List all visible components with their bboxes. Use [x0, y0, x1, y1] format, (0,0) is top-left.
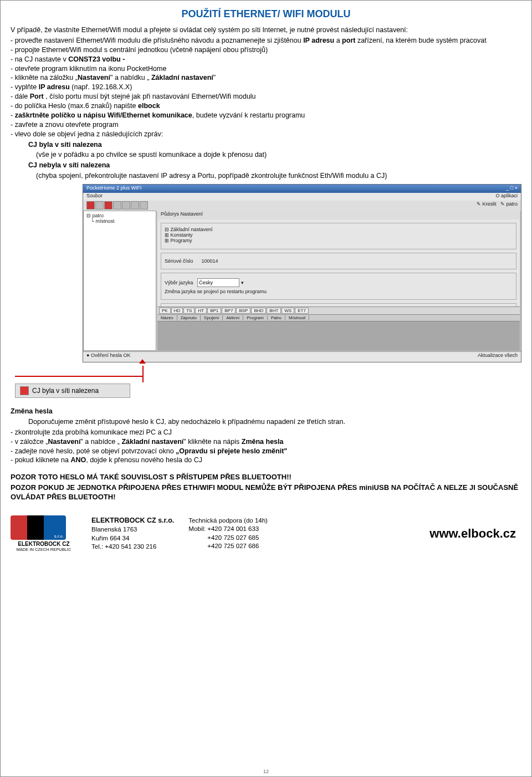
list-item: zaškrtněte políčko u nápisu Wifi/Etherne… [11, 111, 521, 120]
toolbar-right[interactable]: ✎ Kreslit ✎ patro [477, 201, 518, 211]
section2-bullets: zkontrolujte zda probíhá komunikace mezi… [11, 428, 521, 466]
grid-col: Zapnuto [177, 315, 201, 320]
status-popup-text: CJ byla v síti nalezena [32, 387, 99, 395]
grid-tabs[interactable]: PKHDTSHTBP1BP7BSPBHDBHTWSET7 [157, 306, 520, 315]
warning-1: POZOR TOTO HESLO MÁ TAKÉ SOUVISLOST S PŘ… [11, 473, 521, 482]
cj-notfound-heading: CJ nebyla v síti nalezena [28, 161, 110, 169]
serial-value: 100014 [202, 258, 218, 264]
list-item: proveďte nastavení Ethernet/Wifi modulu … [11, 36, 521, 45]
list-item: do políčka Heslo (max.6 znaků) napište e… [11, 101, 521, 111]
lang-select[interactable] [197, 278, 239, 287]
lang-label: Výběr jazyka [165, 280, 193, 285]
grid-tab[interactable]: HT [195, 308, 207, 314]
grid-tab[interactable]: TS [183, 308, 195, 314]
grid-tab[interactable]: PK [159, 308, 171, 314]
grid-tab[interactable]: BHD [251, 308, 266, 314]
cj-notfound-sub: (chyba spojení, překontrolujte nastavení… [11, 171, 521, 181]
grid-header: NázevZapnutoSpojeníAktivníProgramPatroMí… [157, 315, 520, 321]
grid-col: Místnost [285, 315, 309, 320]
cj-found-heading: CJ byla v síti nalezena [28, 141, 102, 149]
footer-support: Technická podpora (do 14h) Mobil: +420 7… [188, 517, 268, 551]
grid-tab[interactable]: HD [171, 308, 183, 314]
list-item: zkontrolujte zda probíhá komunikace mezi… [11, 428, 521, 437]
company-logo: ELEKTROBOCK CZ MADE IN CZECH REPUBLIC [11, 515, 77, 552]
list-item: na CJ nastavte v CONST23 volbu - [11, 55, 521, 64]
page-number: 12 [1, 769, 531, 774]
grid-col: Aktivní [223, 315, 243, 320]
grid-col: Program [243, 315, 268, 320]
grid-tab[interactable]: BP7 [222, 308, 236, 314]
status-left: Ověření hesla OK [91, 352, 131, 358]
list-item: propojte Ethernet/Wifi modul s centrální… [11, 45, 521, 55]
grid-tab[interactable]: BHT [267, 308, 281, 314]
section2-intro: Doporučujeme změnit přístupové heslo k C… [11, 417, 521, 427]
list-item: pokud kliknete na ANO, dojde k přenosu n… [11, 456, 521, 465]
warning-2: POZOR POKUD JE JEDNOTKA PŘIPOJENA PŘES E… [11, 483, 521, 502]
tree-panel[interactable]: ⊟ patro └ místnost [83, 211, 156, 351]
menu-soubor[interactable]: Soubor [86, 193, 103, 198]
window-title: PocketHome 2 plus WIFI [86, 185, 142, 193]
grid-col: Spojení [201, 315, 223, 320]
nav-programy[interactable]: ⊞ Programy [165, 238, 513, 243]
callout-arrow [15, 364, 521, 380]
grid-tab[interactable]: ET7 [295, 308, 309, 314]
grid-col: Název [157, 315, 177, 320]
website-link[interactable]: www.elbock.cz [429, 526, 516, 541]
toolbar-icons[interactable] [86, 201, 149, 211]
footer-address: ELEKTROBOCK CZ s.r.o. Blanenská 1763 Kuř… [91, 516, 174, 551]
list-item: dále Port , číslo portu musí být stejné … [11, 92, 521, 101]
cj-found-sub: (vše je v pořádku a po chvilce se spustí… [11, 150, 521, 160]
list-item: v záložce „Nastavení" a nabídce „ Základ… [11, 437, 521, 447]
list-item: vyplňte IP adresu (např. 192.168.X.X) [11, 83, 521, 92]
grid-tab[interactable]: BP1 [207, 308, 221, 314]
window-controls-icon[interactable]: _ □ × [506, 185, 518, 193]
list-item: zadejte nové heslo, poté se objeví potvr… [11, 447, 521, 456]
section2-title: Změna hesla [11, 407, 53, 415]
grid-tab[interactable]: BSP [236, 308, 250, 314]
status-popup: CJ byla v síti nalezena [15, 384, 130, 398]
main-bullets: proveďte nastavení Ethernet/Wifi modulu … [11, 36, 521, 139]
list-item: otevřete program kliknutím na ikonu Pock… [11, 64, 521, 74]
menu-about[interactable]: O aplikaci [495, 193, 518, 198]
serial-label: Sériové číslo [165, 258, 193, 264]
status-right[interactable]: Aktualizace všech [478, 352, 518, 361]
nav-konstanty[interactable]: ⊞ Konstanty [165, 232, 513, 238]
app-screenshot: PocketHome 2 plus WIFI _ □ × Soubor O ap… [83, 184, 521, 362]
grid-col: Patro [268, 315, 285, 320]
list-item: klikněte na záložku „Nastavení" a nabídk… [11, 73, 521, 83]
nav-zakladni[interactable]: ⊟ Základní nastavení [165, 227, 513, 232]
page-footer: ELEKTROBOCK CZ MADE IN CZECH REPUBLIC EL… [11, 515, 521, 552]
grid-tab[interactable]: WS [282, 308, 294, 314]
list-item: zavřete a znovu otevřete program [11, 120, 521, 130]
list-item: vlevo dole se objeví jedna z následující… [11, 130, 521, 139]
status-icon [20, 386, 29, 395]
intro-text: V případě, že vlastníte Ethernet/Wifi mo… [11, 25, 521, 35]
lang-note: Změna jazyka se projeví po restartu prog… [165, 289, 513, 294]
page-title: POUŽITÍ ETHERNET/ WIFI MODULU [11, 8, 521, 20]
